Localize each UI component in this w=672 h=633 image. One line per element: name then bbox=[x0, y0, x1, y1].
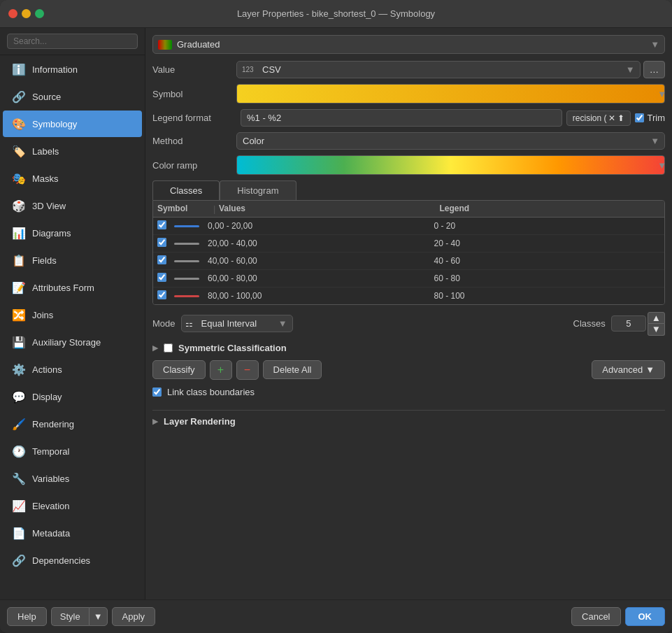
row-values-1: 20,00 - 40,00 bbox=[208, 239, 434, 248]
diagrams-icon: 📊 bbox=[11, 225, 27, 241]
sym-class-checkbox[interactable] bbox=[164, 343, 173, 353]
legend-format-row: Legend format recision ( ✕ ⬆ Trim bbox=[152, 109, 665, 127]
classes-input[interactable] bbox=[611, 315, 646, 332]
precision-spinner-icon: ⬆ bbox=[617, 113, 624, 123]
sidebar-item-label-temporal: Temporal bbox=[32, 446, 69, 457]
row-check-0[interactable] bbox=[157, 220, 166, 229]
mode-label: Mode bbox=[152, 318, 176, 329]
precision-button[interactable]: recision ( ✕ ⬆ bbox=[566, 111, 631, 126]
sidebar-item-display[interactable]: 💬 Display bbox=[3, 383, 142, 410]
sidebar-item-rendering[interactable]: 🖌️ Rendering bbox=[3, 411, 142, 437]
sidebar-item-elevation[interactable]: 📈 Elevation bbox=[3, 492, 142, 519]
sidebar-item-information[interactable]: ℹ️ Information bbox=[3, 56, 142, 83]
minimize-button[interactable] bbox=[22, 9, 31, 18]
style-button[interactable]: Style bbox=[51, 607, 89, 626]
style-arrow-button[interactable]: ▼ bbox=[89, 607, 108, 626]
value-field-select[interactable]: CSV bbox=[236, 61, 641, 78]
symbol-preview[interactable] bbox=[236, 84, 665, 104]
sidebar-item-temporal[interactable]: 🕐 Temporal bbox=[3, 438, 142, 464]
remove-class-button[interactable]: − bbox=[236, 360, 259, 380]
mode-row: Mode Equal Interval ⚏ ▼ Classes ▲ ▼ bbox=[152, 312, 665, 336]
sidebar-item-label-3dview: 3D View bbox=[32, 201, 66, 211]
renderer-type-select[interactable]: Graduated bbox=[152, 35, 665, 54]
add-class-button[interactable]: + bbox=[210, 360, 232, 380]
sidebar-item-label-symbology: Symbology bbox=[32, 119, 77, 129]
sidebar-item-label-dependencies: Dependencies bbox=[32, 555, 90, 566]
sidebar-item-label-labels: Labels bbox=[32, 146, 59, 157]
layer-rendering-label: Layer Rendering bbox=[164, 416, 236, 427]
sidebar-item-label-actions: Actions bbox=[32, 364, 62, 375]
layer-rendering-row: ▶ Layer Rendering bbox=[152, 416, 665, 427]
sidebar-item-label-attributes-form: Attributes Form bbox=[32, 283, 94, 293]
trim-checkbox[interactable] bbox=[635, 113, 644, 122]
method-select[interactable]: Color bbox=[236, 132, 665, 150]
color-ramp-preview[interactable] bbox=[236, 155, 665, 175]
classify-button[interactable]: Classify bbox=[152, 360, 206, 379]
sidebar-item-metadata[interactable]: 📄 Metadata bbox=[3, 520, 142, 546]
ok-button[interactable]: OK bbox=[625, 607, 666, 626]
sidebar-item-joins[interactable]: 🔀 Joins bbox=[3, 301, 142, 328]
joins-icon: 🔀 bbox=[11, 307, 27, 322]
variables-icon: 🔧 bbox=[11, 471, 27, 486]
advanced-label: Advanced bbox=[602, 364, 643, 375]
fields-icon: 📋 bbox=[11, 253, 27, 268]
classes-up-button[interactable]: ▲ bbox=[648, 312, 665, 324]
sidebar-item-diagrams[interactable]: 📊 Diagrams bbox=[3, 220, 142, 246]
precision-label: recision ( bbox=[573, 113, 607, 123]
row-legend-2: 40 - 60 bbox=[434, 256, 661, 266]
classes-spinner[interactable]: ▲ ▼ bbox=[648, 312, 665, 336]
cancel-button[interactable]: Cancel bbox=[571, 607, 620, 626]
search-input[interactable] bbox=[7, 34, 138, 49]
content-area: Graduated ▼ Value 123 CSV ▼ … bbox=[145, 28, 672, 599]
advanced-button[interactable]: Advanced ▼ bbox=[592, 360, 665, 379]
information-icon: ℹ️ bbox=[11, 62, 27, 77]
row-legend-1: 20 - 40 bbox=[434, 239, 661, 248]
tab-histogram[interactable]: Histogram bbox=[220, 180, 296, 200]
sidebar-item-actions[interactable]: ⚙️ Actions bbox=[3, 356, 142, 383]
layer-rendering-expand-icon[interactable]: ▶ bbox=[152, 417, 158, 426]
sidebar-item-symbology[interactable]: 🎨 Symbology bbox=[3, 111, 142, 137]
maximize-button[interactable] bbox=[35, 9, 44, 18]
sidebar: ℹ️ Information 🔗 Source 🎨 Symbology 🏷️ L… bbox=[0, 28, 145, 599]
advanced-arrow-icon: ▼ bbox=[645, 364, 655, 375]
value-options-button[interactable]: … bbox=[643, 61, 665, 78]
sidebar-item-label-metadata: Metadata bbox=[32, 528, 70, 539]
sidebar-item-source[interactable]: 🔗 Source bbox=[3, 83, 142, 110]
row-check-1[interactable] bbox=[157, 238, 166, 247]
row-check-4[interactable] bbox=[157, 290, 166, 299]
help-button[interactable]: Help bbox=[7, 607, 47, 626]
delete-all-button[interactable]: Delete All bbox=[263, 360, 322, 379]
col-divider: | bbox=[213, 204, 219, 214]
value-type-icon: 123 bbox=[242, 66, 254, 73]
row-check-3[interactable] bbox=[157, 273, 166, 282]
sym-line-2 bbox=[174, 260, 199, 262]
sym-line-3 bbox=[174, 278, 199, 280]
link-class-checkbox[interactable] bbox=[152, 387, 162, 397]
sym-class-label: Symmetric Classification bbox=[178, 343, 287, 353]
classes-down-button[interactable]: ▼ bbox=[648, 324, 665, 335]
tab-classes[interactable]: Classes bbox=[152, 180, 220, 200]
mode-select[interactable]: Equal Interval bbox=[181, 315, 293, 332]
row-check-2[interactable] bbox=[157, 255, 166, 264]
apply-button[interactable]: Apply bbox=[112, 607, 156, 626]
sidebar-item-label-masks: Masks bbox=[32, 173, 59, 184]
sidebar-item-label-fields: Fields bbox=[32, 255, 57, 266]
3dview-icon: 🎲 bbox=[11, 198, 27, 213]
labels-icon: 🏷️ bbox=[11, 143, 27, 159]
sym-class-expand-icon[interactable]: ▶ bbox=[152, 343, 158, 353]
sidebar-item-fields[interactable]: 📋 Fields bbox=[3, 247, 142, 273]
col-header-symbol: Symbol bbox=[157, 204, 213, 214]
method-row: Method Color ▼ bbox=[152, 132, 665, 150]
sidebar-item-auxiliary-storage[interactable]: 💾 Auxiliary Storage bbox=[3, 329, 142, 355]
symbology-icon: 🎨 bbox=[11, 116, 27, 131]
close-button[interactable] bbox=[8, 9, 17, 18]
graduated-icon bbox=[158, 40, 172, 50]
sidebar-item-attributes-form[interactable]: 📝 Attributes Form bbox=[3, 274, 142, 301]
symmetric-classification-row: ▶ Symmetric Classification bbox=[152, 343, 665, 353]
sidebar-item-dependencies[interactable]: 🔗 Dependencies bbox=[3, 547, 142, 574]
sidebar-item-masks[interactable]: 🎭 Masks bbox=[3, 165, 142, 192]
sidebar-item-labels[interactable]: 🏷️ Labels bbox=[3, 138, 142, 164]
sidebar-item-variables[interactable]: 🔧 Variables bbox=[3, 465, 142, 492]
sidebar-item-3dview[interactable]: 🎲 3D View bbox=[3, 192, 142, 219]
legend-format-input[interactable] bbox=[241, 109, 562, 127]
